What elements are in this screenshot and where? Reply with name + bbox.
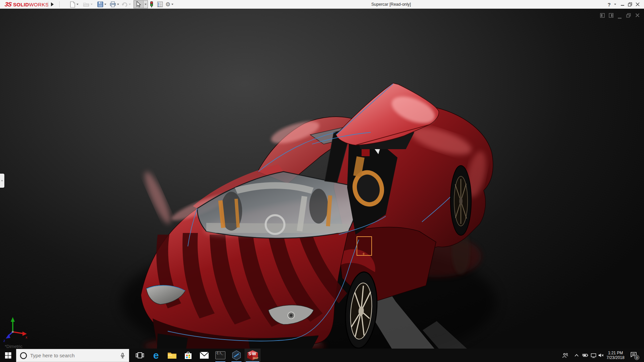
restore-icon xyxy=(628,2,632,7)
selection-box: + xyxy=(357,237,372,256)
task-view-button[interactable] xyxy=(132,349,148,362)
pane-left-icon xyxy=(600,13,605,18)
open-button-disabled[interactable] xyxy=(83,1,93,8)
solidworks-logo[interactable]: 3S SOLID WORKS xyxy=(5,1,49,8)
solidworks-2017-icon: SW 2017 xyxy=(247,350,258,361)
front-bumper xyxy=(153,318,319,349)
select-tool-button-active[interactable] xyxy=(133,0,148,8)
hidden-icons-button[interactable] xyxy=(573,349,580,362)
svg-text:+: + xyxy=(362,251,365,256)
store-bag-icon xyxy=(184,351,193,360)
dropdown-caret[interactable] xyxy=(76,4,78,5)
car-model-render: + x z *Dimetric xyxy=(0,0,644,362)
pane-right-button[interactable] xyxy=(608,13,614,19)
feature-panel-collapse-handle[interactable] xyxy=(0,174,4,188)
store-button[interactable] xyxy=(180,349,196,362)
clock[interactable]: 1:21 PM 7/23/2018 xyxy=(604,349,627,362)
file-explorer-button[interactable] xyxy=(164,349,180,362)
help-icon: ? xyxy=(607,2,610,7)
microphone-icon[interactable] xyxy=(120,353,125,358)
file-properties-button[interactable] xyxy=(156,1,164,8)
car-rear-body xyxy=(334,105,493,258)
close-icon xyxy=(636,2,640,6)
command-prompt-icon: C:\_ xyxy=(215,351,225,359)
front-wheel xyxy=(342,270,380,349)
solidworks-taskbar-button[interactable]: SW 2017 xyxy=(245,349,261,362)
print-button[interactable] xyxy=(109,1,120,8)
select-dropdown[interactable] xyxy=(143,1,148,8)
printer-icon xyxy=(110,1,116,7)
close-button[interactable] xyxy=(634,0,641,9)
taskbar-search[interactable] xyxy=(16,349,129,362)
tray-date: 7/23/2018 xyxy=(604,355,627,360)
hexagon-app-button[interactable] xyxy=(228,349,245,362)
separator xyxy=(59,1,60,7)
open-folder-icon xyxy=(83,2,90,7)
new-document-icon xyxy=(70,1,75,8)
menu-expand-icon[interactable] xyxy=(51,2,54,6)
doc-minimize-button[interactable] xyxy=(618,15,624,21)
battery-button[interactable] xyxy=(581,349,589,362)
dropdown-caret[interactable] xyxy=(104,4,106,5)
restore-button[interactable] xyxy=(627,0,633,9)
door-opening xyxy=(347,139,397,235)
help-button[interactable]: ? xyxy=(606,0,612,9)
new-document-button[interactable] xyxy=(69,1,79,8)
title-bar: 3S SOLID WORKS xyxy=(0,0,644,9)
undo-arrow-icon xyxy=(121,2,128,7)
doc-close-button[interactable] xyxy=(635,13,641,19)
headlights xyxy=(146,285,314,324)
command-prompt-button[interactable]: C:\_ xyxy=(212,349,228,362)
gullwing-door xyxy=(325,83,439,183)
save-button[interactable] xyxy=(97,1,107,8)
car-hood xyxy=(141,164,362,348)
speaker-muted-icon xyxy=(598,353,604,358)
doc-minimize-icon xyxy=(618,17,622,19)
help-dropdown[interactable] xyxy=(613,0,617,9)
rear-wheel xyxy=(450,166,471,235)
dropdown-caret[interactable] xyxy=(117,4,119,5)
windows-start-icon xyxy=(5,352,11,359)
rebuild-button[interactable] xyxy=(149,1,154,8)
axis-x-label: x xyxy=(25,335,28,339)
highlighted-edges xyxy=(146,84,450,341)
search-input[interactable] xyxy=(30,353,120,358)
select-cursor-icon xyxy=(134,1,143,8)
doc-restore-button[interactable] xyxy=(626,13,632,19)
dropdown-caret[interactable] xyxy=(91,4,93,5)
people-button[interactable] xyxy=(561,349,570,362)
view-orientation-label: *Dimetric xyxy=(5,344,22,349)
start-button[interactable] xyxy=(0,349,16,362)
tray-time: 1:21 PM xyxy=(604,351,627,355)
file-explorer-icon xyxy=(167,351,177,359)
volume-button[interactable] xyxy=(597,349,605,362)
windshield xyxy=(197,172,359,238)
cortana-circle-icon xyxy=(19,352,28,360)
mail-envelope-icon xyxy=(200,352,209,359)
mail-button[interactable] xyxy=(196,349,212,362)
orientation-triad: x z xyxy=(3,317,28,343)
action-center-button[interactable]: 3 xyxy=(628,349,639,362)
undo-button-disabled[interactable] xyxy=(121,1,131,8)
pane-left-button[interactable] xyxy=(600,13,606,19)
dropdown-caret[interactable] xyxy=(171,4,173,5)
hood-vents xyxy=(156,233,347,327)
separator xyxy=(48,1,48,7)
handle-dot-icon xyxy=(1,180,3,181)
graphics-viewport[interactable]: + x z *Dimetric xyxy=(0,9,644,349)
minimize-icon xyxy=(621,5,624,6)
floor-reflections xyxy=(121,227,496,362)
axis-z-label: z xyxy=(3,339,5,343)
people-icon xyxy=(562,353,568,358)
document-title: Supercar [Read-only] xyxy=(371,2,411,7)
network-monitor-icon xyxy=(591,353,596,358)
save-floppy-icon xyxy=(97,1,103,7)
minimize-button[interactable] xyxy=(619,0,626,9)
edge-button[interactable]: e xyxy=(148,349,164,362)
dropdown-caret[interactable] xyxy=(129,4,131,5)
doc-close-icon xyxy=(635,13,640,18)
windows-taskbar: e C:\_ xyxy=(0,349,644,362)
options-button[interactable]: ⚙ xyxy=(165,1,174,8)
battery-plug-icon xyxy=(582,353,588,358)
network-button[interactable] xyxy=(589,349,597,362)
